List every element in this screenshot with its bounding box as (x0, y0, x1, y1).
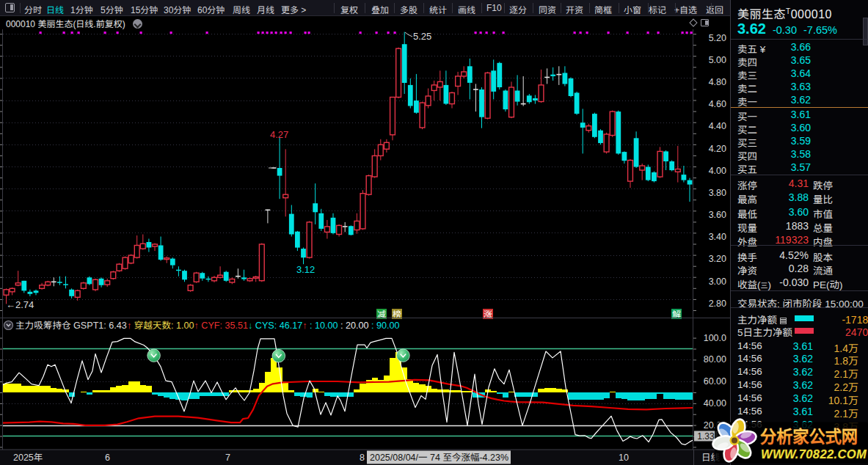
svg-text:分析家公式网: 分析家公式网 (760, 422, 858, 448)
svg-text:80.00: 80.00 (704, 354, 726, 365)
svg-text:6: 6 (105, 453, 110, 463)
svg-text:解: 解 (672, 307, 681, 320)
svg-text:3.00: 3.00 (709, 277, 726, 287)
svg-text:7: 7 (225, 453, 230, 463)
svg-text:4.00: 4.00 (709, 166, 726, 176)
svg-text:10: 10 (619, 453, 629, 463)
svg-text:5.20: 5.20 (709, 33, 726, 43)
svg-text:60.00: 60.00 (704, 376, 726, 387)
svg-text:4.80: 4.80 (709, 77, 726, 87)
svg-text:3.60: 3.60 (709, 210, 726, 220)
svg-text:榜: 榜 (393, 307, 401, 320)
svg-text:3.40: 3.40 (709, 232, 726, 242)
svg-text:40.00: 40.00 (704, 398, 726, 409)
svg-text:主力吸筹持仓 GSPT1: 6.43↑ 穿越天数: 1.00: 主力吸筹持仓 GSPT1: 6.43↑ 穿越天数: 1.00↑ CYF: 35.… (15, 321, 400, 331)
svg-text:WWW.70822.COM: WWW.70822.COM (761, 447, 867, 461)
svg-text:涨: 涨 (484, 307, 492, 320)
svg-text:←2.74: ←2.74 (6, 299, 34, 310)
svg-text:5.25: 5.25 (413, 31, 431, 42)
svg-text:3.20: 3.20 (709, 254, 726, 264)
svg-text:4.20: 4.20 (709, 144, 726, 154)
svg-text:4.27: 4.27 (270, 129, 288, 140)
svg-text:4.60: 4.60 (709, 99, 726, 109)
svg-text:减: 减 (377, 307, 386, 320)
svg-text:100.0: 100.0 (704, 333, 726, 343)
svg-text:3.80: 3.80 (709, 188, 726, 198)
svg-text:4.40: 4.40 (709, 121, 726, 131)
svg-text:5.00: 5.00 (709, 55, 726, 65)
svg-text:8: 8 (360, 453, 365, 463)
svg-text:2.80: 2.80 (709, 299, 726, 309)
svg-text:3.12: 3.12 (296, 264, 315, 275)
